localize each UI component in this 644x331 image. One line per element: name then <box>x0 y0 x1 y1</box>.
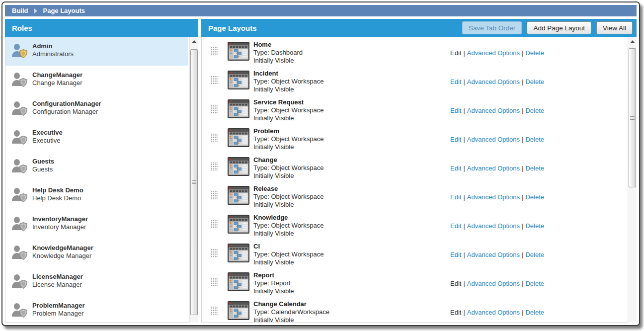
page-layout-visibility: Initially Visible <box>253 114 323 122</box>
role-list-item[interactable]: Admin Administrators <box>5 37 188 66</box>
delete-link[interactable]: Delete <box>525 107 544 114</box>
action-separator: | <box>522 222 523 230</box>
scrollbar-grip-icon <box>630 115 635 121</box>
page-layout-type: Type: Object Workspace <box>253 222 323 230</box>
page-layout-actions: Edit|Advanced Options|Delete <box>450 193 544 201</box>
action-separator: | <box>522 280 523 287</box>
role-name: Admin <box>32 42 74 50</box>
action-separator: | <box>522 107 523 114</box>
roles-panel-header: Roles <box>5 19 198 37</box>
action-separator: | <box>463 222 465 230</box>
delete-link[interactable]: Delete <box>525 78 544 85</box>
role-list-item[interactable]: Help Desk Demo Help Desk Demo <box>5 181 188 210</box>
role-list-item[interactable]: ChangeManager Change Manager <box>5 66 188 94</box>
page-layout-type: Type: Object Workspace <box>253 106 323 114</box>
page-layouts-scrollbar[interactable] <box>628 37 637 323</box>
page-layout-title: Knowledge <box>253 214 323 222</box>
delete-link[interactable]: Delete <box>525 165 544 172</box>
role-list-item[interactable]: Guests Guests <box>5 152 188 181</box>
advanced-options-link[interactable]: Advanced Options <box>467 280 520 287</box>
role-name: ConfigurationManager <box>32 99 101 108</box>
action-separator: | <box>522 136 523 143</box>
advanced-options-link[interactable]: Advanced Options <box>467 136 520 143</box>
page-layout-row: Service Request Type: Object Workspace I… <box>202 94 626 123</box>
drag-handle-icon[interactable] <box>211 162 218 171</box>
page-layout-type: Type: Object Workspace <box>253 250 323 258</box>
scroll-up-arrow-icon[interactable] <box>190 38 198 45</box>
role-description: Knowledge Manager <box>32 252 93 260</box>
drag-handle-icon[interactable] <box>211 306 218 316</box>
page-layouts-scrollbar-thumb[interactable] <box>629 48 636 187</box>
add-page-layout-button[interactable]: Add Page Layout <box>527 21 591 34</box>
role-description: Help Desk Demo <box>32 194 83 202</box>
roles-panel-title: Roles <box>12 24 32 32</box>
page-layout-visibility: Initially Visible <box>253 230 323 238</box>
drag-handle-icon[interactable] <box>211 220 218 229</box>
role-list-item[interactable]: ProblemManager Problem Manager <box>5 296 188 323</box>
edit-link[interactable]: Edit <box>450 136 461 143</box>
action-separator: | <box>463 193 465 201</box>
roles-scrollbar[interactable] <box>189 37 198 323</box>
advanced-options-link[interactable]: Advanced Options <box>467 193 520 201</box>
role-list-item[interactable]: ConfigurationManager Configuration Manag… <box>5 94 188 123</box>
delete-link[interactable]: Delete <box>525 280 544 287</box>
advanced-options-link[interactable]: Advanced Options <box>467 49 520 57</box>
drag-handle-icon[interactable] <box>211 191 218 200</box>
action-separator: | <box>463 136 465 143</box>
page-layout-title: CI <box>253 243 323 250</box>
drag-handle-icon[interactable] <box>211 47 218 56</box>
edit-link[interactable]: Edit <box>450 193 461 201</box>
page-layout-visibility: Initially Visible <box>253 143 323 151</box>
drag-handle-icon[interactable] <box>211 104 218 114</box>
drag-handle-icon[interactable] <box>211 76 218 85</box>
role-list-item[interactable]: LicenseManager License Manager <box>5 267 188 296</box>
advanced-options-link[interactable]: Advanced Options <box>467 165 520 172</box>
action-separator: | <box>463 107 465 114</box>
delete-link[interactable]: Delete <box>525 222 544 230</box>
page-layout-visibility: Initially Visible <box>253 57 303 65</box>
advanced-options-link[interactable]: Advanced Options <box>467 222 520 230</box>
delete-link[interactable]: Delete <box>525 251 544 258</box>
action-separator: | <box>463 49 465 57</box>
scroll-up-arrow-icon[interactable] <box>628 38 637 45</box>
page-layout-row: Problem Type: Object Workspace Initially… <box>202 123 626 152</box>
advanced-options-link[interactable]: Advanced Options <box>467 107 520 114</box>
drag-handle-icon[interactable] <box>211 277 218 287</box>
role-user-icon <box>10 216 28 232</box>
role-list-item[interactable]: KnowledgeManager Knowledge Manager <box>5 239 188 267</box>
page-layout-row: CI Type: Object Workspace Initially Visi… <box>202 239 626 267</box>
role-description: Problem Manager <box>32 310 84 318</box>
edit-link[interactable]: Edit <box>450 222 461 230</box>
delete-link[interactable]: Delete <box>525 49 544 57</box>
role-list-item[interactable]: InventoryManager Inventory Manager <box>5 210 188 239</box>
edit-link[interactable]: Edit <box>450 78 461 85</box>
save-tab-order-button[interactable]: Save Tab Order <box>462 21 522 34</box>
drag-handle-icon[interactable] <box>211 248 218 258</box>
edit-link[interactable]: Edit <box>450 165 461 172</box>
role-name: Help Desk Demo <box>32 186 83 194</box>
role-description: Inventory Manager <box>32 223 88 231</box>
role-name: Guests <box>32 157 54 166</box>
page-layout-actions: Edit|Advanced Options|Delete <box>450 107 544 114</box>
advanced-options-link[interactable]: Advanced Options <box>467 309 520 316</box>
page-layout-row: Change Calendar Type: CalendarWorkspace … <box>202 296 626 323</box>
roles-scrollbar-thumb[interactable] <box>190 49 198 315</box>
advanced-options-link[interactable]: Advanced Options <box>467 78 520 85</box>
page-layouts-list: Home Type: Dashboard Initially Visible E… <box>201 37 637 323</box>
delete-link[interactable]: Delete <box>525 136 544 143</box>
breadcrumb-section[interactable]: Build <box>5 7 31 14</box>
page-layout-thumbnail-icon <box>228 42 249 61</box>
role-list-item[interactable]: Executive Executive <box>5 123 188 152</box>
delete-link[interactable]: Delete <box>525 193 544 201</box>
action-separator: | <box>522 49 523 57</box>
edit-link[interactable]: Edit <box>450 107 461 114</box>
scrollbar-grip-icon <box>192 179 196 185</box>
page-layout-actions: Edit|Advanced Options|Delete <box>450 309 544 316</box>
page-layout-thumbnail-icon <box>228 71 249 89</box>
view-all-button[interactable]: View All <box>596 21 633 34</box>
advanced-options-link[interactable]: Advanced Options <box>467 251 520 258</box>
drag-handle-icon[interactable] <box>211 133 218 143</box>
delete-link[interactable]: Delete <box>525 309 544 316</box>
edit-link: Edit <box>450 280 461 287</box>
edit-link[interactable]: Edit <box>450 251 461 258</box>
